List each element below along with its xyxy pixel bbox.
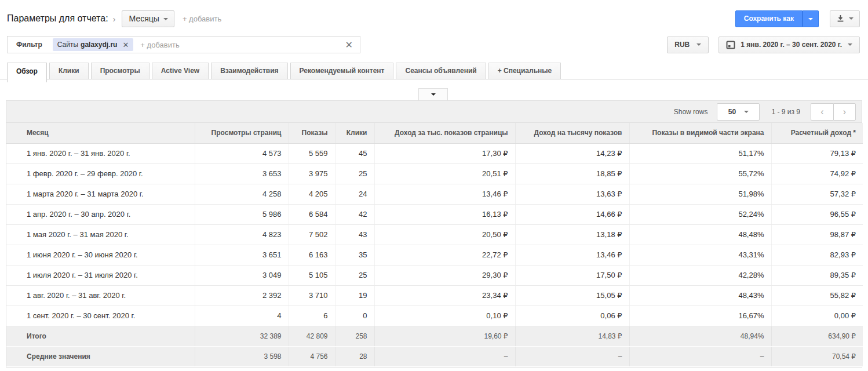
dimension-dropdown-value: Месяцы (129, 14, 159, 23)
save-as-menu-button[interactable] (803, 10, 819, 27)
value-cell: 13,63 ₽ (515, 184, 629, 204)
value-cell: 4 258 (195, 184, 289, 204)
value-cell: 3 975 (289, 163, 335, 184)
value-cell: – (374, 346, 515, 366)
tab-overview[interactable]: Обзор (7, 63, 47, 82)
value-cell: 25 (335, 265, 374, 285)
tab-recommended-content[interactable]: Рекомендуемый контент (290, 63, 394, 79)
value-cell: 22,72 ₽ (374, 245, 515, 265)
date-range-button[interactable]: 1 янв. 2020 г. – 30 сент. 2020 г. (719, 37, 860, 53)
value-cell: 6 163 (289, 245, 335, 265)
value-cell: 634,90 ₽ (771, 326, 863, 346)
tab-interactions[interactable]: Взаимодействия (211, 63, 287, 79)
download-icon (836, 14, 845, 23)
pagination-range: 1 - 9 из 9 (771, 108, 800, 116)
value-cell: 6 (289, 305, 335, 326)
value-cell: 20,50 ₽ (374, 224, 515, 245)
value-cell: 13,46 ₽ (374, 184, 515, 204)
value-cell: 14,23 ₽ (515, 143, 629, 163)
table-row: 1 янв. 2020 г. – 31 янв. 2020 г.4 5735 5… (6, 143, 863, 163)
value-cell: 17,50 ₽ (515, 265, 629, 285)
value-cell: 3 598 (195, 346, 289, 366)
download-button[interactable] (830, 10, 860, 27)
tab-ad-sessions[interactable]: Сеансы объявлений (396, 63, 486, 79)
value-cell: 25 (335, 163, 374, 184)
tab-custom[interactable]: + Специальные (488, 63, 561, 79)
pagination-controls: ‹ › (811, 103, 856, 121)
value-cell: 16,67% (629, 305, 771, 326)
value-cell: 55,72% (629, 163, 771, 184)
value-cell: 70,54 ₽ (771, 346, 863, 366)
date-range-value: 1 янв. 2020 г. – 30 сент. 2020 г. (741, 41, 842, 49)
value-cell: 82,93 ₽ (771, 245, 863, 265)
next-page-button[interactable]: › (833, 103, 856, 121)
table-toolbar: Show rows 50 1 - 9 из 9 ‹ › (6, 101, 862, 123)
value-cell: 0,00 ₽ (771, 305, 863, 326)
remove-filter-icon[interactable]: ✕ (122, 41, 129, 49)
value-cell: 42,28% (629, 265, 771, 285)
value-cell: 20,51 ₽ (374, 163, 515, 184)
save-as-button[interactable]: Сохранить как (735, 10, 803, 27)
chevron-down-icon (808, 18, 813, 20)
value-cell: 258 (335, 326, 374, 346)
value-cell: 43,31% (629, 245, 771, 265)
value-cell: 28 (335, 346, 374, 366)
value-cell: 4 573 (195, 143, 289, 163)
tab-clicks[interactable]: Клики (49, 63, 89, 79)
chart-collapse-row (0, 79, 868, 100)
chevron-right-icon: › (113, 14, 116, 24)
row-label-cell: 1 июля 2020 г. – 31 июля 2020 г. (6, 265, 195, 285)
tab-active-view[interactable]: Active View (152, 63, 209, 79)
report-tabs-bar: ОбзорКликиПросмотрыActive ViewВзаимодейс… (0, 63, 868, 79)
value-cell: 42 (335, 204, 374, 224)
chevron-down-icon (849, 17, 854, 20)
report-data-table: Месяц Просмотры страниц Показы Клики Дох… (6, 123, 863, 367)
table-row: 1 авг. 2020 г. – 31 авг. 2020 г.2 3923 7… (6, 285, 863, 305)
column-header-impression-rpm[interactable]: Доход на тысячу показов (515, 123, 629, 143)
table-row: 1 февр. 2020 г. – 29 февр. 2020 г.3 6533… (6, 163, 863, 184)
value-cell: 19 (335, 285, 374, 305)
value-cell: 55,82 ₽ (771, 285, 863, 305)
value-cell: 5 986 (195, 204, 289, 224)
row-label-cell: Итого (6, 326, 195, 346)
clear-filters-icon[interactable]: ✕ (343, 39, 355, 50)
value-cell: 57,32 ₽ (771, 184, 863, 204)
column-header-clicks[interactable]: Клики (335, 123, 374, 143)
column-header-month[interactable]: Месяц (6, 123, 195, 143)
tab-views[interactable]: Просмотры (91, 63, 149, 79)
value-cell: 51,17% (629, 143, 771, 163)
value-cell: 5 559 (289, 143, 335, 163)
dimension-dropdown[interactable]: Месяцы (122, 10, 174, 27)
value-cell: 0,06 ₽ (515, 305, 629, 326)
column-header-pageviews[interactable]: Просмотры страниц (195, 123, 289, 143)
chevron-down-icon (163, 18, 168, 20)
value-cell: 7 502 (289, 224, 335, 245)
summary-row-total: Итого32 38942 80925819,60 ₽14,83 ₽48,94%… (6, 326, 863, 346)
summary-row-average: Средние значения3 5984 75628–––70,54 ₽ (6, 346, 863, 366)
value-cell: 0 (335, 305, 374, 326)
column-header-page-rpm[interactable]: Доход за тыс. показов страницы (374, 123, 515, 143)
currency-dropdown[interactable]: RUB (667, 37, 709, 53)
column-header-viewability[interactable]: Показы в видимой части экрана (629, 123, 771, 143)
value-cell: 32 389 (195, 326, 289, 346)
filter-chip[interactable]: Сайты galaxydj.ru ✕ (53, 38, 134, 51)
value-cell: 13,18 ₽ (515, 224, 629, 245)
rows-per-page-select[interactable]: 50 (717, 103, 760, 121)
filter-box[interactable]: Фильтр Сайты galaxydj.ru ✕ + добавить ✕ (7, 36, 360, 53)
chevron-down-icon (431, 93, 436, 96)
column-header-impressions[interactable]: Показы (289, 123, 335, 143)
column-header-estimated-earnings[interactable]: Расчетный доход * (771, 123, 863, 143)
add-parameter-button[interactable]: + добавить (183, 14, 221, 23)
value-cell: 6 584 (289, 204, 335, 224)
prev-page-button[interactable]: ‹ (811, 103, 833, 121)
add-filter-button[interactable]: + добавить (140, 41, 342, 49)
report-table: Show rows 50 1 - 9 из 9 ‹ › Месяц Просмо… (6, 100, 862, 368)
value-cell: 51,98% (629, 184, 771, 204)
row-label-cell: 1 мая 2020 г. – 31 мая 2020 г. (6, 224, 195, 245)
value-cell: 16,13 ₽ (374, 204, 515, 224)
value-cell: 23,34 ₽ (374, 285, 515, 305)
value-cell: 17,30 ₽ (374, 143, 515, 163)
collapse-chart-button[interactable] (418, 88, 448, 100)
currency-value: RUB (674, 41, 690, 49)
value-cell: 18,85 ₽ (515, 163, 629, 184)
